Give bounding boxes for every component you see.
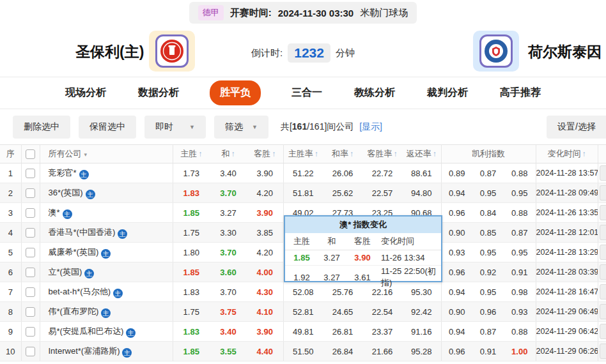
nav-tab[interactable]: 教练分析 [353, 81, 396, 105]
settings-select-button[interactable]: 设置/选择 [547, 116, 606, 139]
row-edge-button[interactable] [600, 264, 606, 280]
nav-tab[interactable]: 高手推荐 [499, 81, 542, 105]
count-suffix: /161]间公司 [307, 121, 354, 132]
odds-home[interactable]: 1.85 [173, 203, 210, 223]
odds-away[interactable]: 4.40 [247, 342, 283, 361]
nav-tab[interactable]: 三合一 [290, 81, 323, 105]
header-return-rate[interactable]: 返还率↑ [402, 145, 441, 163]
odds-home[interactable]: 1.75 [173, 302, 210, 322]
sort-up-icon: ↑ [433, 149, 437, 158]
company-cell[interactable]: 36*(英国)主 [40, 183, 173, 203]
keep-selected-button[interactable]: 保留选中 [79, 116, 136, 139]
odds-draw[interactable]: 3.27 [210, 203, 247, 223]
odds-home[interactable]: 1.75 [173, 223, 210, 243]
kelly-index: 0.92 [472, 262, 504, 282]
odds-away[interactable]: 4.30 [247, 282, 283, 302]
header-home-rate[interactable]: 主胜率↑ [283, 145, 323, 163]
return-rate: 88.61 [402, 163, 441, 183]
sort-up-icon: ↑ [231, 149, 235, 158]
row-edge-button[interactable] [600, 324, 606, 339]
company-cell[interactable]: 易*(安提瓜和巴布达)主 [40, 322, 173, 342]
popup-row: 1.923.273.6111-25 22:50(初指) [285, 266, 441, 281]
odds-draw[interactable]: 3.60 [210, 262, 247, 282]
select-all-checkbox[interactable] [26, 149, 35, 159]
company-cell[interactable]: 立*(英国)主 [40, 262, 173, 282]
odds-away[interactable]: 3.90 [247, 203, 283, 223]
company-name: 36*(英国) [49, 188, 83, 197]
row-edge-button[interactable] [600, 225, 606, 240]
header-away[interactable]: 客胜↑ [247, 145, 283, 163]
header-company[interactable]: 所有公司▾ [40, 145, 173, 163]
header-home-label: 主胜 [180, 149, 197, 158]
row-edge-button[interactable] [600, 304, 606, 319]
row-edge-button[interactable] [600, 185, 606, 201]
kelly-index: 0.87 [472, 163, 504, 183]
row-checkbox[interactable] [26, 287, 35, 297]
nav-tab[interactable]: 裁判分析 [426, 81, 469, 105]
row-edge-cell [598, 282, 606, 302]
header-draw-rate[interactable]: 和率↑ [323, 145, 362, 163]
kelly-index: 0.95 [472, 282, 504, 302]
odds-home[interactable]: 1.83 [173, 282, 210, 302]
delete-selected-button[interactable]: 删除选中 [13, 116, 70, 139]
odds-draw[interactable]: 3.55 [210, 342, 247, 361]
row-edge-button[interactable] [600, 205, 606, 220]
odds-draw[interactable]: 3.70 [210, 282, 247, 302]
popup-header-row: 主胜 和 客胜 变化时间 [285, 233, 441, 250]
odds-home[interactable]: 1.83 [173, 322, 210, 342]
row-checkbox[interactable] [26, 169, 35, 178]
row-checkbox[interactable] [26, 208, 35, 218]
company-cell[interactable]: 伟*(直布罗陀)主 [40, 302, 173, 322]
odds-home[interactable]: 1.85 [173, 342, 210, 361]
odds-draw[interactable]: 3.75 [210, 302, 247, 322]
header-draw[interactable]: 和↑ [210, 145, 247, 163]
row-checkbox[interactable] [26, 248, 35, 257]
nav-tab[interactable]: 现场分析 [64, 81, 107, 105]
company-cell[interactable]: 澳*主 [40, 203, 173, 223]
nav-tab[interactable]: 数据分析 [137, 81, 180, 105]
row-checkbox[interactable] [26, 327, 35, 337]
row-checkbox[interactable] [26, 307, 35, 317]
header-away-rate[interactable]: 客胜率↑ [362, 145, 402, 163]
odds-home[interactable]: 1.73 [173, 163, 210, 183]
show-link[interactable]: [显示] [359, 121, 382, 132]
filter-dropdown[interactable]: 筛选 ▼ [214, 116, 268, 139]
odds-home[interactable]: 1.80 [173, 243, 210, 262]
league-badge: 德甲 [198, 5, 224, 20]
table-header: 序 所有公司▾ 主胜↑ 和↑ 客胜↑ 主胜率↑ 和率↑ 客胜率↑ 返还率↑ 凯利… [0, 145, 606, 163]
host-badge-icon: 主 [101, 308, 111, 318]
odds-draw[interactable]: 3.70 [210, 183, 247, 203]
odds-away[interactable]: 4.20 [247, 183, 283, 203]
company-cell[interactable]: 竞彩官*主 [40, 163, 173, 183]
row-edge-button[interactable] [600, 245, 606, 260]
odds-away[interactable]: 3.85 [247, 223, 283, 243]
odds-away[interactable]: 4.10 [247, 302, 283, 322]
odds-away[interactable]: 3.90 [247, 322, 283, 342]
odds-draw[interactable]: 3.30 [210, 223, 247, 243]
company-cell[interactable]: 香港马*(中国香港)主 [40, 223, 173, 243]
sort-up-icon: ↑ [272, 149, 276, 158]
company-cell[interactable]: bet-at-h*(马尔他)主 [40, 282, 173, 302]
instant-dropdown[interactable]: 即时 ▼ [144, 116, 206, 139]
company-cell[interactable]: Interwet*(塞浦路斯)主 [40, 342, 173, 361]
row-edge-button[interactable] [600, 284, 606, 300]
kelly-index: 0.88 [504, 163, 536, 183]
row-checkbox[interactable] [26, 347, 35, 356]
odds-away[interactable]: 4.20 [247, 243, 283, 262]
header-home[interactable]: 主胜↑ [173, 145, 210, 163]
odds-home[interactable]: 1.85 [173, 262, 210, 282]
company-cell[interactable]: 威廉希*(英国)主 [40, 243, 173, 262]
nav-tab[interactable]: 胜平负 [210, 80, 261, 105]
odds-away[interactable]: 4.00 [247, 262, 283, 282]
odds-away[interactable]: 3.90 [247, 163, 283, 183]
odds-home[interactable]: 1.83 [173, 183, 210, 203]
row-checkbox[interactable] [26, 228, 35, 238]
header-change-time[interactable]: 变化时间↑ [536, 145, 598, 163]
row-edge-button[interactable] [600, 344, 606, 359]
row-checkbox[interactable] [26, 188, 35, 198]
odds-draw[interactable]: 3.70 [210, 243, 247, 262]
odds-draw[interactable]: 3.40 [210, 163, 247, 183]
odds-draw[interactable]: 3.40 [210, 322, 247, 342]
row-edge-button[interactable] [600, 165, 606, 181]
row-checkbox[interactable] [26, 268, 35, 277]
